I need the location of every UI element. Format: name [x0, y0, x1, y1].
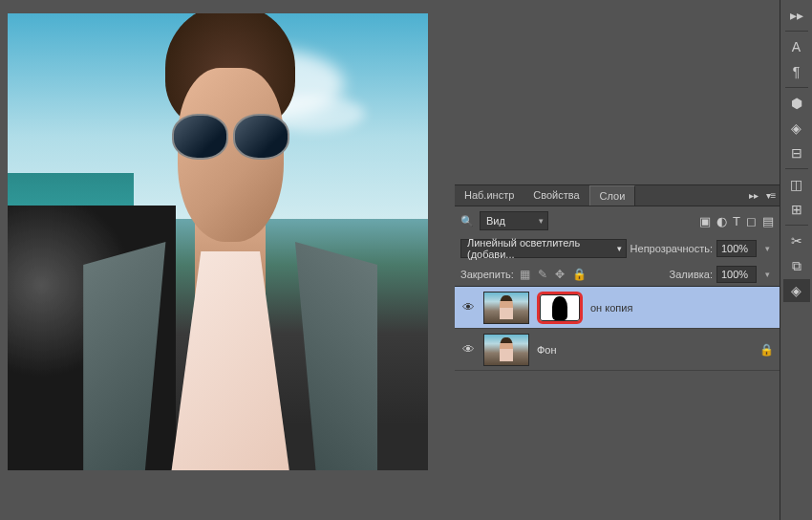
tab-properties[interactable]: Свойства [524, 185, 588, 206]
expand-panels-icon[interactable]: ▸▸ [783, 4, 810, 27]
layer-name-label[interactable]: он копия [590, 302, 632, 314]
visibility-toggle-icon[interactable]: 👁 [460, 342, 476, 357]
layer-row[interactable]: 👁 Фон 🔒 [455, 329, 780, 371]
layer-name-label[interactable]: Фон [537, 344, 557, 356]
document-canvas[interactable] [8, 13, 428, 470]
panel-menu-icon[interactable]: ▾≡ [762, 185, 780, 205]
filter-smart-icon[interactable]: ▤ [762, 214, 774, 228]
lock-fill-row: Закрепить: ▦ ✎ ✥ 🔒 Заливка: ▾ [455, 262, 780, 287]
opacity-input[interactable] [716, 240, 757, 257]
tab-layers[interactable]: Слои [589, 185, 636, 206]
blend-opacity-row: Линейный осветлитель (добави... Непрозра… [455, 235, 780, 262]
layers-panel: Наб.инстр Свойства Слои ▸▸ ▾≡ 🔍 Вид ▣ ◐ … [455, 185, 780, 472]
visibility-toggle-icon[interactable]: 👁 [460, 300, 476, 314]
navigator-panel-icon[interactable]: ◫ [783, 173, 810, 196]
filter-adjust-icon[interactable]: ◐ [716, 214, 727, 228]
filter-shape-icon[interactable]: ◻ [746, 214, 757, 228]
3d-panel-icon[interactable]: ⬢ [783, 92, 810, 115]
layer-thumbnail[interactable] [483, 334, 529, 366]
properties-panel-icon[interactable]: ⊞ [783, 198, 810, 221]
lock-label: Закрепить: [460, 269, 514, 280]
layer-filter-row: 🔍 Вид ▣ ◐ T ◻ ▤ [455, 206, 780, 235]
tab-navigator[interactable]: Наб.инстр [455, 185, 524, 206]
filter-text-icon[interactable]: T [733, 214, 740, 228]
panel-empty-area [455, 0, 780, 185]
panel-tab-bar: Наб.инстр Свойства Слои ▸▸ ▾≡ [455, 185, 780, 206]
collapse-icon[interactable]: ▸▸ [745, 185, 762, 205]
layer-thumbnail[interactable] [483, 292, 529, 324]
lock-position-icon[interactable]: ✥ [553, 268, 566, 281]
history-panel-icon[interactable]: ⧉ [783, 254, 810, 277]
filter-kind-dropdown[interactable]: Вид [480, 211, 548, 230]
lock-icon: 🔒 [759, 343, 774, 357]
lock-pixels-icon[interactable]: ✎ [536, 268, 549, 281]
paragraph-panel-icon[interactable]: ¶ [783, 60, 810, 83]
filter-pixel-icon[interactable]: ▣ [699, 214, 711, 228]
fill-label: Заливка: [670, 269, 713, 280]
fill-input[interactable] [716, 266, 757, 283]
opacity-label: Непрозрачность: [630, 243, 713, 254]
layer-row[interactable]: 👁 он копия [455, 287, 780, 329]
blend-mode-dropdown[interactable]: Линейный осветлитель (добави... [460, 239, 627, 258]
photo-subject [83, 13, 377, 470]
character-panel-icon[interactable]: A [783, 35, 810, 58]
search-icon: 🔍 [460, 215, 474, 228]
fill-stepper[interactable]: ▾ [760, 266, 774, 283]
scene-panel-icon[interactable]: ⊟ [783, 141, 810, 164]
right-toolbar: ▸▸ A ¶ ⬢ ◈ ⊟ ◫ ⊞ ✂ ⧉ ◈ [780, 0, 812, 520]
layers-panel-icon[interactable]: ◈ [783, 279, 810, 302]
opacity-stepper[interactable]: ▾ [760, 240, 774, 257]
adjustments-panel-icon[interactable]: ✂ [783, 229, 810, 252]
materials-panel-icon[interactable]: ◈ [783, 117, 810, 140]
layer-mask-thumbnail[interactable] [537, 292, 583, 324]
lock-transparent-icon[interactable]: ▦ [518, 268, 532, 281]
layers-list: 👁 он копия 👁 Фон 🔒 [455, 287, 780, 371]
lock-all-icon[interactable]: 🔒 [570, 268, 588, 281]
